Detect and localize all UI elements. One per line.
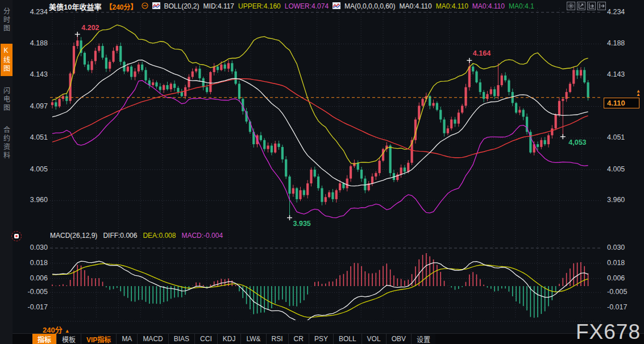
price-annotation-label: 4,053 <box>568 139 586 146</box>
watermark: FX678 <box>576 320 641 344</box>
macd-alert-icon <box>14 234 19 238</box>
macd-header: MACD(26,12,9) DIFF:0.006 DEA:0.008 MACD:… <box>50 232 223 240</box>
axis-tick-label: 0.030 <box>22 244 48 251</box>
chart-canvas[interactable]: 4.2024.1643.9354,053 <box>0 0 644 344</box>
axis-tick-label: 4.143 <box>607 70 633 78</box>
toolbar-item[interactable]: LW& <box>240 334 265 344</box>
candlestick-series <box>51 34 589 217</box>
axis-tick-label: 0.030 <box>607 244 633 251</box>
toolbar-item[interactable]: OBV <box>386 334 411 344</box>
crosshair-move-icon[interactable] <box>567 2 575 10</box>
boll-lower-line <box>52 81 588 218</box>
toolbar-item[interactable]: 设置 <box>411 334 435 344</box>
ma-label: MA(0,0,0,0,0,60) <box>344 2 395 10</box>
indicator-toolbar: 指标模板VIP指标MAMACDBIASCCIKDJLW&RSICRPSYBOLL… <box>32 334 435 344</box>
toolbar-item[interactable]: BIAS <box>168 334 194 344</box>
circle-minus-icon[interactable] <box>142 2 148 11</box>
axis-tick-label: 4.097 <box>22 102 48 110</box>
toolbar-item[interactable]: VIP指标 <box>81 334 116 344</box>
axis-tick-label: 4.051 <box>607 133 633 141</box>
price-up-marker-icon: ▲▲ <box>635 90 641 97</box>
toolbar-item[interactable]: VOL <box>362 334 386 344</box>
ma-value-2: MA0:4.110 <box>436 2 468 10</box>
price-annotation-label: 3.935 <box>293 220 311 228</box>
sidebar: 分时图K线图闪电图合约资料 <box>0 0 13 344</box>
axis-tick-label: 4.005 <box>22 165 48 173</box>
macd-label: MACD(26,12,9) <box>50 232 97 240</box>
toolbar-item[interactable]: 模板 <box>56 334 81 344</box>
chevron-up-icon: ▲ <box>65 328 70 334</box>
toolbar-item[interactable]: RSI <box>266 334 288 344</box>
interval-label: 【240分】 <box>105 2 137 11</box>
axis-tick-label: -0.017 <box>607 303 633 311</box>
macd-diff-value: DIFF:0.006 <box>103 232 137 240</box>
ma60-line <box>52 79 588 158</box>
time-axis: 09/2510/0310/1310/2210/3111/10 <box>0 322 644 334</box>
toolbar-item[interactable]: KDJ <box>217 334 241 344</box>
page-forward-icon[interactable] <box>597 2 606 10</box>
macd-diff-line <box>52 261 588 321</box>
boll-mid: MID:4.117 <box>203 2 234 10</box>
axis-tick-label: 3.960 <box>22 196 48 204</box>
toolbar-item[interactable]: MACD <box>137 334 168 344</box>
indicator-chart-icon <box>152 2 160 11</box>
pane-toolbar <box>567 2 606 10</box>
sidebar-tab[interactable]: 合约资料 <box>1 123 13 163</box>
axis-zoom-up-icon[interactable] <box>577 2 585 10</box>
ma-value-3: MA0:4.110 <box>472 2 505 10</box>
price-annotations: 4.2024.1643.9354,053 <box>75 24 587 227</box>
toolbar-item[interactable]: BOLL <box>333 334 362 344</box>
toolbar-item[interactable]: MA <box>116 334 137 344</box>
axis-tick-label: 3.960 <box>607 196 633 204</box>
axis-tick-label: 4.234 <box>22 8 48 16</box>
macd-dea-value: DEA:0.008 <box>143 232 176 240</box>
chart-header: 美债10年收益率 【240分】 BOLL(20,2) MID:4.117 UPP… <box>49 1 534 11</box>
toolbar-item[interactable]: CCI <box>194 334 217 344</box>
axis-tick-label: 4.188 <box>22 39 48 47</box>
sidebar-tab[interactable]: 闪电图 <box>1 84 13 115</box>
axis-zoom-right-icon[interactable] <box>587 2 596 10</box>
indicator-chart-icon <box>333 2 340 11</box>
sidebar-tab[interactable]: K线图 <box>1 44 13 76</box>
axis-tick-label: 4.051 <box>22 133 48 141</box>
axis-tick-label: 0.018 <box>607 259 633 267</box>
axis-tick-label: 0.018 <box>22 259 48 267</box>
macd-panel <box>52 253 588 322</box>
chart-app: 4.2024.1643.9354,053 分时图K线图闪电图合约资料 美债10年… <box>0 0 644 344</box>
boll-label: BOLL(20,2) <box>164 2 200 10</box>
axis-tick-label: -0.017 <box>22 303 48 311</box>
overlay-lines <box>52 25 588 218</box>
ma-value-1: MA0:4.110 <box>400 2 432 10</box>
price-annotation-label: 4.202 <box>81 24 99 32</box>
macd-bar-value: MACD:-0.004 <box>181 232 223 240</box>
toolbar-item[interactable]: 指标 <box>32 334 56 344</box>
macd-dea-line <box>52 264 588 317</box>
price-annotation-label: 4.164 <box>473 49 491 57</box>
boll-upper: UPPER:4.160 <box>238 2 281 10</box>
axis-tick-label: -0.005 <box>607 288 633 296</box>
toolbar-item[interactable]: CR <box>288 334 309 344</box>
symbol-title: 美债10年收益率 <box>49 1 101 12</box>
toolbar-item[interactable]: PSY <box>309 334 333 344</box>
axis-tick-label: 4.234 <box>607 8 633 16</box>
axis-tick-label: 4.188 <box>607 39 633 47</box>
axis-tick-label: 4.143 <box>22 70 48 78</box>
axis-tick-label: 4.005 <box>607 165 633 173</box>
boll-lower: LOWER:4.074 <box>285 2 329 10</box>
sidebar-tab[interactable]: 分时图 <box>1 5 13 36</box>
current-price-badge: 4.110 <box>604 98 639 108</box>
axis-tick-label: 0.006 <box>607 274 633 282</box>
axis-tick-label: -0.005 <box>22 288 48 296</box>
axis-tick-label: 0.006 <box>22 274 48 282</box>
ma-value-4: MA0:4.1 <box>509 2 534 10</box>
